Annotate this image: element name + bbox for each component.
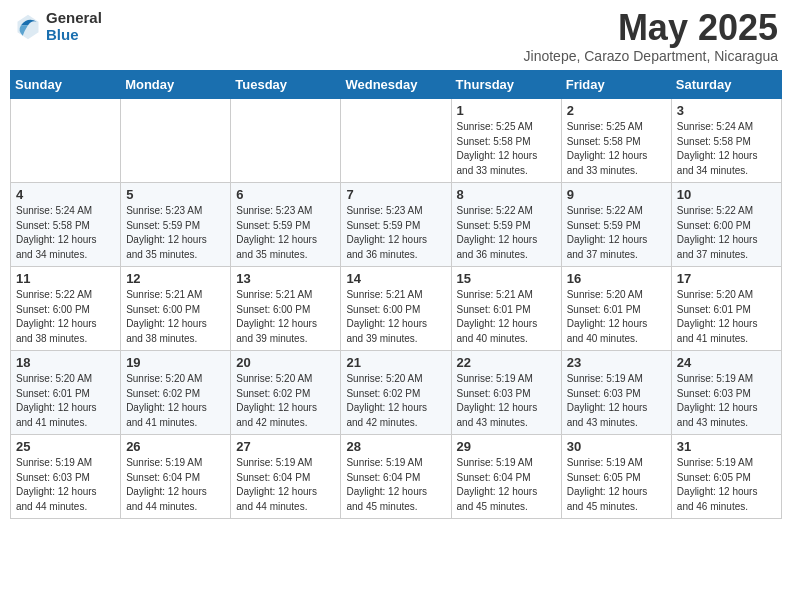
page-header: General Blue May 2025 Jinotepe, Carazo D… (10, 10, 782, 64)
day-info: Sunrise: 5:20 AM Sunset: 6:01 PM Dayligh… (677, 288, 776, 346)
day-number: 27 (236, 439, 335, 454)
day-info: Sunrise: 5:24 AM Sunset: 5:58 PM Dayligh… (16, 204, 115, 262)
calendar-cell: 15Sunrise: 5:21 AM Sunset: 6:01 PM Dayli… (451, 267, 561, 351)
day-number: 26 (126, 439, 225, 454)
calendar-cell: 23Sunrise: 5:19 AM Sunset: 6:03 PM Dayli… (561, 351, 671, 435)
day-number: 28 (346, 439, 445, 454)
day-number: 2 (567, 103, 666, 118)
day-number: 13 (236, 271, 335, 286)
day-info: Sunrise: 5:19 AM Sunset: 6:03 PM Dayligh… (16, 456, 115, 514)
day-info: Sunrise: 5:19 AM Sunset: 6:04 PM Dayligh… (236, 456, 335, 514)
day-info: Sunrise: 5:25 AM Sunset: 5:58 PM Dayligh… (457, 120, 556, 178)
calendar-cell: 5Sunrise: 5:23 AM Sunset: 5:59 PM Daylig… (121, 183, 231, 267)
day-number: 5 (126, 187, 225, 202)
day-info: Sunrise: 5:23 AM Sunset: 5:59 PM Dayligh… (126, 204, 225, 262)
calendar-cell: 1Sunrise: 5:25 AM Sunset: 5:58 PM Daylig… (451, 99, 561, 183)
day-number: 21 (346, 355, 445, 370)
day-number: 1 (457, 103, 556, 118)
day-number: 12 (126, 271, 225, 286)
calendar-cell: 3Sunrise: 5:24 AM Sunset: 5:58 PM Daylig… (671, 99, 781, 183)
day-info: Sunrise: 5:23 AM Sunset: 5:59 PM Dayligh… (346, 204, 445, 262)
day-info: Sunrise: 5:24 AM Sunset: 5:58 PM Dayligh… (677, 120, 776, 178)
calendar-cell: 12Sunrise: 5:21 AM Sunset: 6:00 PM Dayli… (121, 267, 231, 351)
calendar-cell: 11Sunrise: 5:22 AM Sunset: 6:00 PM Dayli… (11, 267, 121, 351)
day-number: 15 (457, 271, 556, 286)
logo-text: General Blue (46, 10, 102, 43)
calendar-cell: 4Sunrise: 5:24 AM Sunset: 5:58 PM Daylig… (11, 183, 121, 267)
calendar-cell: 18Sunrise: 5:20 AM Sunset: 6:01 PM Dayli… (11, 351, 121, 435)
day-info: Sunrise: 5:19 AM Sunset: 6:04 PM Dayligh… (126, 456, 225, 514)
logo-icon (14, 13, 42, 41)
day-info: Sunrise: 5:25 AM Sunset: 5:58 PM Dayligh… (567, 120, 666, 178)
day-info: Sunrise: 5:21 AM Sunset: 6:01 PM Dayligh… (457, 288, 556, 346)
col-header-thursday: Thursday (451, 71, 561, 99)
calendar-cell: 2Sunrise: 5:25 AM Sunset: 5:58 PM Daylig… (561, 99, 671, 183)
calendar-cell: 28Sunrise: 5:19 AM Sunset: 6:04 PM Dayli… (341, 435, 451, 519)
day-info: Sunrise: 5:19 AM Sunset: 6:03 PM Dayligh… (457, 372, 556, 430)
day-info: Sunrise: 5:23 AM Sunset: 5:59 PM Dayligh… (236, 204, 335, 262)
calendar-cell (341, 99, 451, 183)
day-number: 24 (677, 355, 776, 370)
title-block: May 2025 Jinotepe, Carazo Department, Ni… (524, 10, 778, 64)
day-number: 18 (16, 355, 115, 370)
calendar-cell: 25Sunrise: 5:19 AM Sunset: 6:03 PM Dayli… (11, 435, 121, 519)
calendar-cell (231, 99, 341, 183)
calendar-cell: 31Sunrise: 5:19 AM Sunset: 6:05 PM Dayli… (671, 435, 781, 519)
calendar-cell: 20Sunrise: 5:20 AM Sunset: 6:02 PM Dayli… (231, 351, 341, 435)
day-number: 11 (16, 271, 115, 286)
calendar-cell: 17Sunrise: 5:20 AM Sunset: 6:01 PM Dayli… (671, 267, 781, 351)
calendar-week-2: 4Sunrise: 5:24 AM Sunset: 5:58 PM Daylig… (11, 183, 782, 267)
calendar-week-5: 25Sunrise: 5:19 AM Sunset: 6:03 PM Dayli… (11, 435, 782, 519)
day-number: 14 (346, 271, 445, 286)
day-number: 25 (16, 439, 115, 454)
calendar-cell: 9Sunrise: 5:22 AM Sunset: 5:59 PM Daylig… (561, 183, 671, 267)
col-header-monday: Monday (121, 71, 231, 99)
day-info: Sunrise: 5:19 AM Sunset: 6:03 PM Dayligh… (567, 372, 666, 430)
calendar-cell: 10Sunrise: 5:22 AM Sunset: 6:00 PM Dayli… (671, 183, 781, 267)
day-info: Sunrise: 5:20 AM Sunset: 6:02 PM Dayligh… (236, 372, 335, 430)
day-number: 22 (457, 355, 556, 370)
day-number: 19 (126, 355, 225, 370)
day-info: Sunrise: 5:21 AM Sunset: 6:00 PM Dayligh… (236, 288, 335, 346)
logo-general-text: General (46, 10, 102, 27)
day-number: 6 (236, 187, 335, 202)
day-info: Sunrise: 5:22 AM Sunset: 5:59 PM Dayligh… (457, 204, 556, 262)
calendar-week-1: 1Sunrise: 5:25 AM Sunset: 5:58 PM Daylig… (11, 99, 782, 183)
day-number: 3 (677, 103, 776, 118)
day-number: 4 (16, 187, 115, 202)
day-info: Sunrise: 5:19 AM Sunset: 6:04 PM Dayligh… (346, 456, 445, 514)
col-header-tuesday: Tuesday (231, 71, 341, 99)
day-info: Sunrise: 5:19 AM Sunset: 6:04 PM Dayligh… (457, 456, 556, 514)
calendar-cell: 16Sunrise: 5:20 AM Sunset: 6:01 PM Dayli… (561, 267, 671, 351)
day-number: 9 (567, 187, 666, 202)
calendar-cell: 26Sunrise: 5:19 AM Sunset: 6:04 PM Dayli… (121, 435, 231, 519)
day-info: Sunrise: 5:22 AM Sunset: 6:00 PM Dayligh… (16, 288, 115, 346)
calendar-cell: 22Sunrise: 5:19 AM Sunset: 6:03 PM Dayli… (451, 351, 561, 435)
day-info: Sunrise: 5:21 AM Sunset: 6:00 PM Dayligh… (126, 288, 225, 346)
calendar-week-4: 18Sunrise: 5:20 AM Sunset: 6:01 PM Dayli… (11, 351, 782, 435)
calendar-table: SundayMondayTuesdayWednesdayThursdayFrid… (10, 70, 782, 519)
calendar-cell: 6Sunrise: 5:23 AM Sunset: 5:59 PM Daylig… (231, 183, 341, 267)
day-number: 16 (567, 271, 666, 286)
calendar-cell (121, 99, 231, 183)
day-info: Sunrise: 5:22 AM Sunset: 5:59 PM Dayligh… (567, 204, 666, 262)
col-header-wednesday: Wednesday (341, 71, 451, 99)
month-title: May 2025 (524, 10, 778, 46)
calendar-week-3: 11Sunrise: 5:22 AM Sunset: 6:00 PM Dayli… (11, 267, 782, 351)
day-number: 17 (677, 271, 776, 286)
calendar-cell: 24Sunrise: 5:19 AM Sunset: 6:03 PM Dayli… (671, 351, 781, 435)
calendar-cell: 13Sunrise: 5:21 AM Sunset: 6:00 PM Dayli… (231, 267, 341, 351)
col-header-saturday: Saturday (671, 71, 781, 99)
col-header-friday: Friday (561, 71, 671, 99)
days-of-week-row: SundayMondayTuesdayWednesdayThursdayFrid… (11, 71, 782, 99)
calendar-cell: 19Sunrise: 5:20 AM Sunset: 6:02 PM Dayli… (121, 351, 231, 435)
day-info: Sunrise: 5:20 AM Sunset: 6:01 PM Dayligh… (16, 372, 115, 430)
col-header-sunday: Sunday (11, 71, 121, 99)
calendar-body: 1Sunrise: 5:25 AM Sunset: 5:58 PM Daylig… (11, 99, 782, 519)
day-info: Sunrise: 5:20 AM Sunset: 6:01 PM Dayligh… (567, 288, 666, 346)
day-info: Sunrise: 5:19 AM Sunset: 6:03 PM Dayligh… (677, 372, 776, 430)
day-info: Sunrise: 5:19 AM Sunset: 6:05 PM Dayligh… (677, 456, 776, 514)
calendar-cell (11, 99, 121, 183)
calendar-cell: 14Sunrise: 5:21 AM Sunset: 6:00 PM Dayli… (341, 267, 451, 351)
day-number: 29 (457, 439, 556, 454)
